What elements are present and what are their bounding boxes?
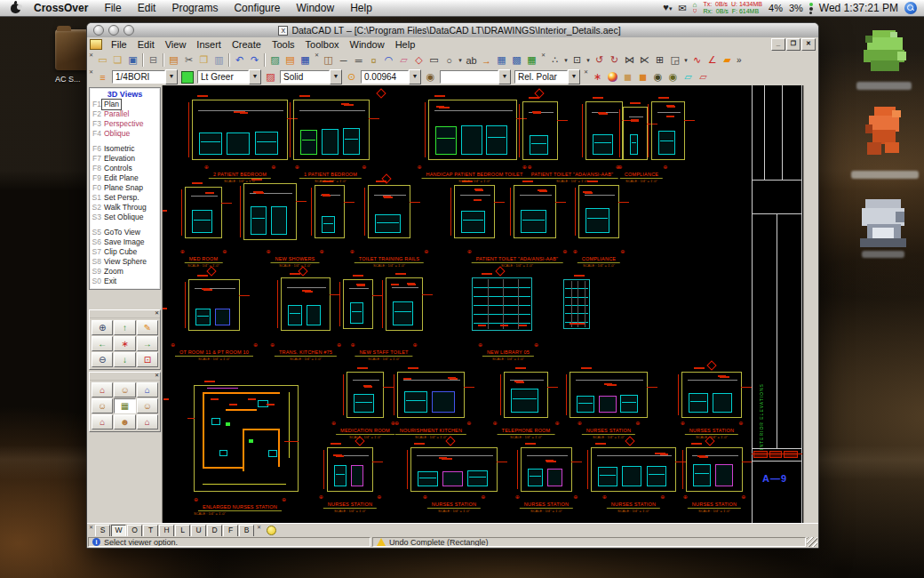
censored-desktop-icon[interactable] [864,30,910,80]
table-tool-icon[interactable]: ▦ [524,53,539,68]
linetype-icon[interactable]: ▨ [263,70,278,84]
window-menu-tools[interactable]: Tools [267,37,300,52]
menubar-item-edit[interactable]: Edit [130,0,164,16]
menubar-item-configure[interactable]: Configure [226,0,288,16]
restore-button[interactable]: ❐ [786,38,801,51]
window-menu-toolbox[interactable]: Toolbox [300,37,345,52]
face-right-view-button[interactable]: ☺ [137,398,158,413]
active-color-swatch[interactable] [181,71,194,84]
face-left-view-button[interactable]: ☺ [92,398,113,413]
rotate-left-icon[interactable]: ↺ [592,53,607,68]
pan-right-button[interactable]: → [137,336,158,351]
close-button[interactable]: ✕ [801,38,816,51]
print-icon[interactable]: ⊟ [146,53,161,68]
back-elevation-view-button[interactable]: ⌂ [137,382,158,397]
sidebar-item-goto-view[interactable]: S5GoTo View [90,228,160,237]
undo-icon[interactable]: ↶ [232,53,247,68]
minimize-button[interactable]: _ [771,38,785,51]
menubar-clock[interactable]: Wed 1:37:21 PM [819,2,898,14]
spacing-icon[interactable]: ⊙ [344,70,359,84]
window-menu-insert[interactable]: Insert [191,37,227,52]
tabbar-close-icon[interactable]: ✕ [87,524,95,531]
goto-view-combo[interactable]: ▼ [440,70,511,84]
censored-desktop-icon[interactable] [860,199,906,249]
chevron-down-icon[interactable]: ▼ [165,69,178,84]
toolbar-close-icon[interactable]: ✕ [582,68,590,76]
cut-icon[interactable]: ✂ [181,53,196,68]
desktop-folder-icon[interactable] [55,29,89,70]
grid-tool-icon[interactable]: ▦ [494,53,509,68]
measure-angle-icon[interactable]: ∠ [705,53,720,68]
chevron-down-icon[interactable]: ▼ [249,69,261,84]
sidebar-item-plan[interactable]: F1Plan [90,100,160,109]
window-menu-edit[interactable]: Edit [132,37,160,52]
zoom-window-button[interactable]: ⊡ [137,352,158,367]
sidebar-item-exit[interactable]: S0Exit [90,277,160,286]
mirror-horizontal-icon[interactable]: ⋈ [622,53,637,68]
close-icon[interactable]: ✕ [155,373,159,379]
insert-image-icon[interactable]: ▨ [267,53,283,68]
app-icon[interactable] [90,39,102,50]
node-move-dropdown-icon[interactable]: ▾ [562,53,570,68]
node-box-icon[interactable]: ⊡ [570,53,585,68]
chevron-down-icon[interactable]: ▼ [498,69,511,84]
text-tool-icon[interactable]: ab [464,53,479,68]
sidebar-item-set-oblique[interactable]: S3Set Oblique [90,213,160,222]
iso-right-view-button[interactable]: ⌂ [137,414,158,429]
menubar-item-file[interactable]: File [96,0,129,16]
redo-icon[interactable]: ↷ [247,53,262,68]
edit-pencil-button[interactable]: ✎ [137,320,158,335]
open-folder-icon[interactable]: ❏ [110,53,125,68]
polygon-tool-icon[interactable]: ◇ [411,53,426,68]
viewer-tab-l[interactable]: L [175,525,190,537]
plan-view-button[interactable]: ▦ [114,398,135,413]
menubar-item-programs[interactable]: Programs [163,0,226,16]
fly-around-icon[interactable]: ◉ [665,70,681,84]
save-icon[interactable]: ▣ [125,53,140,68]
recenter-button[interactable]: ∗ [114,336,135,351]
arrow-tool-icon[interactable]: → [479,53,494,68]
sidebar-item-oblique[interactable]: F4Oblique [90,129,160,139]
resize-grip[interactable] [807,537,817,547]
iso-left-view-button[interactable]: ⌂ [92,414,113,429]
rotate-right-icon[interactable]: ↻ [607,53,622,68]
paste-icon[interactable]: ▥ [211,53,227,68]
circle-tool-icon[interactable]: ○ [442,53,457,68]
viewer-tab-s[interactable]: S [95,525,110,537]
spacing-combo[interactable]: 0.00964▼ [361,70,421,84]
viewer-tab-u[interactable]: U [191,525,206,537]
sidebar-item-isometric[interactable]: F6Isometric [90,144,160,154]
sidebar-item-plane-snap[interactable]: F0Plane Snap [90,183,160,193]
toolbar-close-icon[interactable]: ✕ [87,68,95,76]
window-menu-view[interactable]: View [160,37,192,52]
cad-drawing-canvas[interactable]: ⊕2 PATIENT BEDROOM⊕SCALE : 1/4" = 1'-0"⊕… [162,85,804,523]
window-menu-window[interactable]: Window [345,37,390,52]
zoom-out-button[interactable]: ⊖ [92,352,113,367]
eraser-tool-icon[interactable]: ▱ [396,53,411,68]
status-dots-icon[interactable] [809,3,813,14]
copy-icon[interactable]: ❐ [196,53,211,68]
viewer-tab-w[interactable]: W [111,525,126,537]
sidebar-item-controls[interactable]: F8Controls [90,164,160,173]
viewer-tab-f[interactable]: F [223,525,238,537]
highlighter-icon[interactable]: ▰ [720,53,735,68]
toolbar-close-icon[interactable]: ✕ [87,52,95,59]
menubar-item-help[interactable]: Help [342,0,380,16]
window-menu-create[interactable]: Create [227,37,267,52]
node-box-dropdown-icon[interactable]: ▾ [585,53,592,68]
cube-wire-icon[interactable]: ◼ [635,70,650,84]
chevron-down-icon[interactable]: ▼ [409,69,421,84]
sidebar-item-perspective[interactable]: F3Perspective [90,119,160,129]
linetype-combo[interactable]: Solid▼ [280,70,342,84]
spotlight-icon[interactable] [904,2,917,14]
window-menu-file[interactable]: File [106,37,132,52]
mail-icon[interactable]: ✉ [678,0,686,16]
viewport-icon[interactable]: ⊞ [652,53,667,68]
fly-through-icon[interactable]: ◉ [650,70,665,84]
sidebar-item-zoom[interactable]: S9Zoom [90,267,160,277]
fillet-icon[interactable]: ◲ [667,53,682,68]
sidebar-item-elevation[interactable]: F7Elevation [90,154,160,164]
cube-red-icon[interactable]: ▱ [696,70,711,84]
viewer-tab-d[interactable]: D [207,525,222,537]
circle-tool-dropdown-icon[interactable]: ▾ [457,53,464,68]
